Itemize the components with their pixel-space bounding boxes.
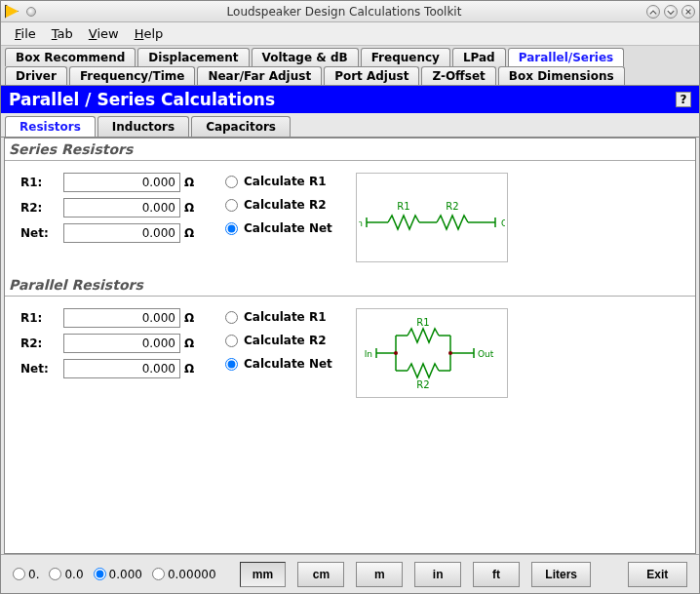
unit-mm-button[interactable]: mm xyxy=(240,562,287,587)
menu-help[interactable]: Help xyxy=(127,24,172,43)
menu-tab[interactable]: Tab xyxy=(44,24,81,43)
help-button[interactable]: ? xyxy=(676,92,691,107)
series-net-unit: Ω xyxy=(184,226,202,240)
subtab-capacitors[interactable]: Capacitors xyxy=(191,116,291,137)
parallel-net-input[interactable] xyxy=(63,359,180,378)
series-r1-unit: Ω xyxy=(184,176,202,189)
series-calc-r2-radio[interactable]: Calculate R2 xyxy=(225,198,332,212)
tab-z-offset[interactable]: Z-Offset xyxy=(421,66,495,85)
unit-liters-button[interactable]: Liters xyxy=(531,562,591,587)
svg-text:R1: R1 xyxy=(416,317,429,328)
precision-1[interactable]: 0.0 xyxy=(49,568,83,581)
unit-m-button[interactable]: m xyxy=(356,562,403,587)
tab-voltage-db[interactable]: Voltage & dB xyxy=(252,48,359,66)
parallel-r2-unit: Ω xyxy=(184,337,202,350)
series-diagram: In Out R1 R2 xyxy=(356,173,508,262)
parallel-calc-r2-radio[interactable]: Calculate R2 xyxy=(225,334,332,347)
parallel-heading: Parallel Resistors xyxy=(5,274,695,297)
unit-cm-button[interactable]: cm xyxy=(297,562,344,587)
parallel-r2-input[interactable] xyxy=(63,334,180,353)
svg-text:Out: Out xyxy=(501,218,505,228)
svg-text:R1: R1 xyxy=(397,201,409,212)
panel-title: Parallel / Series Calculations xyxy=(9,90,275,109)
tab-near-far-adjust[interactable]: Near/Far Adjust xyxy=(197,66,322,85)
menu-view[interactable]: View xyxy=(81,24,127,43)
svg-point-19 xyxy=(394,351,398,355)
subtab-resistors[interactable]: Resistors xyxy=(5,116,96,137)
maximize-button[interactable] xyxy=(664,5,678,19)
app-icon xyxy=(5,5,19,19)
parallel-net-label: Net: xyxy=(20,362,59,376)
tab-port-adjust[interactable]: Port Adjust xyxy=(324,66,419,85)
subtab-inductors[interactable]: Inductors xyxy=(97,116,189,137)
parallel-r1-input[interactable] xyxy=(63,308,180,328)
series-r2-label: R2: xyxy=(20,201,59,215)
parallel-r1-unit: Ω xyxy=(184,311,202,325)
parallel-calc-r1-radio[interactable]: Calculate R1 xyxy=(225,310,332,324)
series-net-input[interactable] xyxy=(63,223,180,243)
close-button[interactable] xyxy=(681,5,695,19)
parallel-r1-label: R1: xyxy=(20,311,59,325)
parallel-r2-label: R2: xyxy=(20,337,59,350)
precision-3[interactable]: 0.00000 xyxy=(152,568,216,581)
menu-file[interactable]: File xyxy=(7,24,44,43)
unit-in-button[interactable]: in xyxy=(414,562,461,587)
tab-driver[interactable]: Driver xyxy=(5,66,67,85)
tabs-row-1: Box Recommend Displacement Voltage & dB … xyxy=(1,46,699,66)
precision-2[interactable]: 0.000 xyxy=(94,568,142,581)
tab-frequency-time[interactable]: Frequency/Time xyxy=(69,66,196,85)
window-menu-icon[interactable] xyxy=(26,7,36,17)
svg-text:Out: Out xyxy=(478,349,494,359)
parallel-diagram: In Out R1 R2 xyxy=(356,308,508,398)
tab-displacement[interactable]: Displacement xyxy=(137,48,249,66)
svg-point-20 xyxy=(448,351,452,355)
series-net-label: Net: xyxy=(20,226,59,240)
tab-box-dimensions[interactable]: Box Dimensions xyxy=(498,66,625,85)
tabs-row-2: Driver Frequency/Time Near/Far Adjust Po… xyxy=(1,66,699,85)
tab-box-recommend[interactable]: Box Recommend xyxy=(5,48,136,66)
series-r1-input[interactable] xyxy=(63,173,180,192)
svg-text:In: In xyxy=(365,349,372,359)
series-calc-net-radio[interactable]: Calculate Net xyxy=(225,221,332,235)
series-r2-input[interactable] xyxy=(63,198,180,218)
tab-lpad[interactable]: LPad xyxy=(452,48,506,66)
minimize-button[interactable] xyxy=(646,5,660,19)
menubar: File Tab View Help xyxy=(1,22,699,46)
svg-text:R2: R2 xyxy=(416,379,429,390)
parallel-net-unit: Ω xyxy=(184,362,202,376)
series-heading: Series Resistors xyxy=(5,139,695,161)
parallel-calc-net-radio[interactable]: Calculate Net xyxy=(225,357,332,371)
exit-button[interactable]: Exit xyxy=(628,562,687,587)
series-r1-label: R1: xyxy=(20,176,59,189)
window-title: Loudspeaker Design Calculations Toolkit xyxy=(42,5,646,19)
precision-0[interactable]: 0. xyxy=(13,568,39,581)
tab-parallel-series[interactable]: Parallel/Series xyxy=(508,48,625,66)
series-calc-r1-radio[interactable]: Calculate R1 xyxy=(225,175,332,188)
series-r2-unit: Ω xyxy=(184,201,202,215)
svg-text:In: In xyxy=(359,218,363,228)
unit-ft-button[interactable]: ft xyxy=(473,562,520,587)
tab-frequency[interactable]: Frequency xyxy=(361,48,450,66)
svg-text:R2: R2 xyxy=(446,201,458,212)
